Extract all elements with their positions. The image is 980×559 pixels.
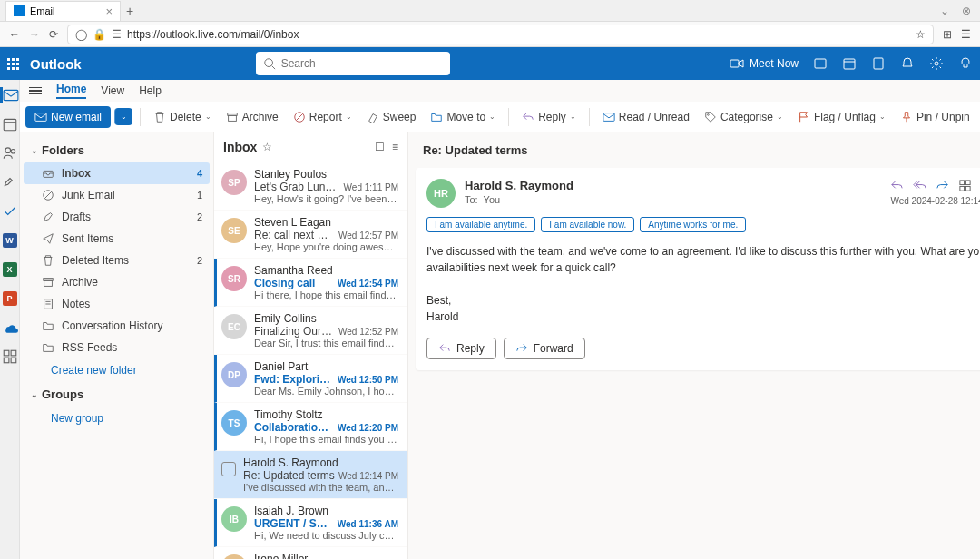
extensions-icon[interactable]: ⊞ [943,28,952,41]
archive-button[interactable]: Archive [220,108,284,126]
reader-subject: Re: Updated terms [423,143,528,157]
app-header: Outlook Meet Now [0,47,980,80]
delete-button[interactable]: Delete⌄ [148,108,217,126]
forward-button-card[interactable]: Forward [504,338,585,359]
message-time: Wed 1:11 PM [344,182,398,192]
svg-line-30 [45,192,52,199]
rail-todo-icon[interactable] [2,203,18,220]
browser-tab[interactable]: Email × [5,1,121,21]
sender-name: Harold S. Raymond [465,179,881,192]
menu-help[interactable]: Help [139,84,162,97]
svg-point-11 [5,148,10,153]
message-subject: Finalizing Our Partnership ... [254,325,335,338]
new-tab-button[interactable]: + [126,4,133,18]
new-group-link[interactable]: New group [24,407,210,430]
message-item[interactable]: ECEmily CollinsFinalizing Our Partnershi… [214,307,407,355]
rail-mail-icon[interactable] [0,87,19,103]
suggested-replies: I am available anytime. I am available n… [426,217,980,232]
folder-junk[interactable]: Junk Email1 [24,184,210,206]
svg-rect-2 [730,60,739,67]
reload-icon[interactable]: ⟳ [49,28,58,41]
message-subject: Re: call next week [254,229,335,241]
svg-rect-3 [815,59,826,68]
rail-files-icon[interactable] [2,174,18,191]
message-item[interactable]: DPDaniel PartFwd: Exploring Collabora...… [214,355,407,403]
calendar-day-icon[interactable] [842,56,857,71]
reply-icon[interactable] [890,179,904,192]
rail-excel-icon[interactable]: X [2,261,18,278]
folder-notes[interactable]: Notes [24,293,210,315]
window-close-icon[interactable]: ⊗ [962,5,971,17]
rail-people-icon[interactable] [2,145,18,162]
new-email-dropdown[interactable]: ⌄ [114,108,132,125]
suggested-reply[interactable]: I am available now. [541,217,634,232]
svg-rect-16 [11,358,16,363]
message-from: Harold S. Raymond [243,456,398,469]
search-box[interactable] [256,52,450,75]
message-item[interactable]: SPStanley PoulosLet's Grab Lunch and Tal… [214,162,407,211]
new-email-button[interactable]: New email [25,106,111,128]
suggested-reply[interactable]: Anytime works for me. [640,217,746,232]
reply-all-icon[interactable] [913,179,926,192]
rail-calendar-icon[interactable] [2,116,18,132]
meet-now-button[interactable]: Meet Now [730,56,799,71]
message-item[interactable]: Harold S. RaymondRe: Updated termsWed 12… [214,451,407,499]
report-button[interactable]: Report⌄ [288,108,358,126]
suggested-reply[interactable]: I am available anytime. [426,217,535,232]
message-item[interactable]: SRSamantha ReedClosing callWed 12:54 PMH… [214,259,407,307]
rail-powerpoint-icon[interactable]: P [2,290,18,307]
tips-icon[interactable] [958,56,973,71]
url-field[interactable]: ◯ 🔒 ☰ https://outlook.live.com/mail/0/in… [67,25,934,44]
reply-button-card[interactable]: Reply [426,338,496,359]
folder-rss[interactable]: RSS Feeds [24,337,210,358]
tab-close-icon[interactable]: × [106,5,113,18]
hamburger-icon[interactable] [29,87,42,95]
flag-button[interactable]: Flag / Unflag⌄ [792,108,891,126]
svg-rect-39 [966,186,971,191]
my-day-icon[interactable] [871,56,886,71]
forward-icon[interactable]: → [29,28,40,41]
forward-icon[interactable] [936,179,949,192]
app-rail: W X P [0,80,20,559]
settings-icon[interactable] [929,56,944,71]
pin-button[interactable]: Pin / Unpin [895,108,975,126]
groups-section-header[interactable]: ⌄Groups [24,382,210,407]
rail-word-icon[interactable]: W [2,232,18,249]
filter-icon[interactable]: ≡ [392,141,398,153]
message-item[interactable]: IMIrene MillerQ3 MeetingWed 11:32 AMDo g… [214,547,407,559]
select-all-icon[interactable]: ☐ [375,141,385,153]
message-item[interactable]: SESteven L EaganRe: call next weekWed 12… [214,211,407,259]
notifications-icon[interactable] [900,56,915,71]
reply-button[interactable]: Reply⌄ [516,108,582,126]
back-icon[interactable]: ← [9,28,20,41]
sweep-button[interactable]: Sweep [361,108,422,126]
message-time: Wed 12:52 PM [338,327,398,337]
favorite-star-icon[interactable]: ☆ [262,141,272,153]
window-minimize-icon[interactable]: ⌄ [940,5,949,17]
create-folder-link[interactable]: Create new folder [24,358,210,382]
bookmark-star-icon[interactable]: ☆ [916,28,926,41]
folder-drafts[interactable]: Drafts2 [24,206,210,228]
menu-view[interactable]: View [101,84,124,97]
menu-home[interactable]: Home [56,83,86,99]
message-item[interactable]: IBIsaiah J. BrownURGENT / Summer dealWed… [214,499,407,547]
search-input[interactable] [281,57,443,70]
rail-more-apps-icon[interactable] [2,348,18,365]
teams-icon[interactable] [813,56,828,71]
folder-deleted[interactable]: Deleted Items2 [24,250,210,271]
folder-conversation[interactable]: Conversation History [24,315,210,337]
message-item[interactable]: TSTimothy StoltzCollaboration Opportunit… [214,403,407,451]
message-checkbox[interactable] [221,462,236,476]
categorise-button[interactable]: Categorise⌄ [699,108,789,126]
move-to-button[interactable]: Move to⌄ [425,108,501,126]
rail-onedrive-icon[interactable] [2,319,18,336]
folders-section-header[interactable]: ⌄Folders [24,138,210,162]
folder-inbox[interactable]: Inbox4 [24,162,210,184]
apps-icon[interactable] [958,179,972,192]
message-time: Wed 12:50 PM [338,375,398,385]
read-unread-button[interactable]: Read / Unread [597,108,695,126]
folder-sent[interactable]: Sent Items [24,228,210,250]
folder-archive[interactable]: Archive [24,271,210,293]
app-launcher-icon[interactable] [7,58,19,70]
profile-icon[interactable]: ☰ [961,28,971,41]
